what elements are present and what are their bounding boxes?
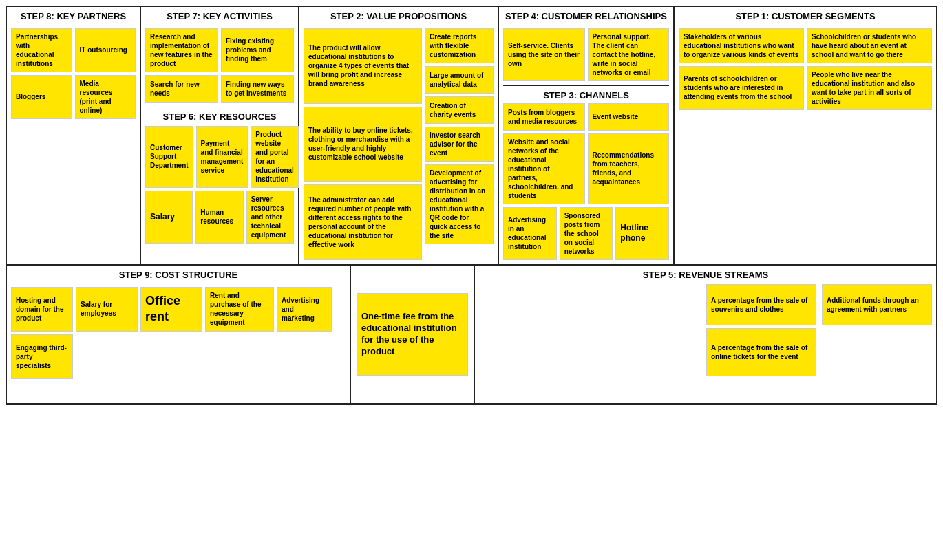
research-sticky: Research and implementation of new featu… (145, 28, 218, 72)
human-sticky: Human resources (195, 191, 243, 244)
step8-key-partners: STEP 8: KEY PARTNERS Partnerships with e… (7, 7, 141, 264)
channels-top-grid: Posts from bloggers and media resources … (503, 103, 669, 131)
hosting-sticky: Hosting and domain for the product (11, 287, 73, 332)
partnerships-sticky: Partnerships with educational institutio… (11, 28, 72, 72)
finding-investments-sticky: Finding new ways to get investments (221, 75, 294, 103)
recommendations-sticky: Recommendations from teachers, friends, … (588, 133, 670, 204)
step8-title: STEP 8: KEY PARTNERS (11, 11, 136, 23)
one-time-fee-sticky: One-time fee from the educational instit… (357, 293, 468, 376)
salary-sticky: Salary (145, 191, 193, 244)
step6-title: STEP 6: KEY RESOURCES (145, 111, 294, 122)
customer-support-sticky: Customer Support Department (145, 126, 193, 188)
rent-purchase-sticky: Rent and purchase of the necessary equip… (205, 287, 274, 332)
partners-bottom: Bloggers Media resources (print and onli… (11, 75, 136, 119)
engaging-sticky: Engaging third-party specialists (11, 334, 73, 379)
analytics-sticky: Large amount of analytical data (425, 66, 494, 94)
vp3-sticky: The administrator can add required numbe… (304, 184, 422, 260)
advertising-marketing-sticky: Advertising and marketing (277, 287, 332, 332)
step9-title: STEP 9: COST STRUCTURE (11, 270, 346, 281)
vp-right: Create reports with flexible customizati… (425, 28, 494, 260)
event-website-sticky: Event website (588, 103, 670, 131)
vp1-sticky: The product will allow educational insti… (304, 28, 422, 104)
streams-list: A percentage from the sale of souvenirs … (479, 284, 932, 376)
step1-title: STEP 1: CUSTOMER SEGMENTS (679, 11, 932, 23)
server-sticky: Server resources and other technical equ… (246, 191, 294, 244)
bottom-section: STEP 9: COST STRUCTURE Hosting and domai… (7, 266, 936, 403)
advertising-institution-sticky: Advertising in an educational institutio… (503, 207, 557, 260)
segments-grid: Stakeholders of various educational inst… (679, 28, 932, 110)
development-sticky: Development of advertising for distribut… (425, 164, 494, 244)
search-needs-sticky: Search for new needs (145, 75, 218, 103)
charity-sticky: Creation of charity events (425, 96, 494, 124)
people-near-sticky: People who live near the educational ins… (807, 66, 932, 110)
it-outsourcing-sticky: IT outsourcing (75, 28, 136, 72)
revenue-area: One-time fee from the educational instit… (351, 266, 936, 403)
step4-title: STEP 4: CUSTOMER RELATIONSHIPS (503, 11, 669, 23)
step3-title: STEP 3: CHANNELS (503, 90, 669, 100)
activities-grid: Research and implementation of new featu… (145, 28, 294, 107)
bloggers-sticky: Bloggers (11, 75, 72, 119)
salary-employees-sticky: Salary for employees (76, 287, 138, 332)
vp-left: The product will allow educational insti… (304, 28, 422, 260)
step5-title: STEP 5: REVENUE STREAMS (479, 270, 932, 280)
personal-support-sticky: Personal support. The client can contact… (588, 28, 670, 81)
resources-grid-bottom: Salary Human resources Server resources … (145, 191, 294, 244)
step7-title: STEP 7: KEY ACTIVITIES (145, 11, 294, 23)
cost-grid: Hosting and domain for the product Salar… (11, 287, 346, 379)
sponsored-posts-sticky: Sponsored posts from the school on socia… (560, 207, 613, 260)
office-rent-sticky: Office rent (140, 287, 202, 332)
media-sticky: Media resources (print and online) (75, 75, 136, 119)
streams-right-col1: A percentage from the sale of souvenirs … (706, 284, 816, 376)
top-section: STEP 8: KEY PARTNERS Partnerships with e… (7, 7, 936, 266)
step4-customer-relationships: STEP 4: CUSTOMER RELATIONSHIPS Self-serv… (499, 7, 675, 264)
step5-revenue-streams: STEP 5: REVENUE STREAMS A percentage fro… (475, 266, 936, 403)
percentage-tickets-sticky: A percentage from the sale of online tic… (706, 328, 816, 376)
step2-value-propositions: STEP 2: VALUE PROPOSITIONS The product w… (299, 7, 499, 264)
fixing-sticky: Fixing existing problems and finding the… (221, 28, 294, 72)
payment-sticky: Payment and financial management service (196, 126, 248, 188)
parents-sticky: Parents of schoolchildren or students wh… (679, 66, 804, 110)
vp2-sticky: The ability to buy online tickets, cloth… (304, 107, 422, 182)
product-website-sticky: Product website and portal for an educat… (251, 126, 299, 188)
stakeholders-sticky: Stakeholders of various educational inst… (679, 28, 804, 63)
vp-inner: The product will allow educational insti… (304, 28, 494, 260)
percentage-souvenirs-sticky: A percentage from the sale of souvenirs … (706, 284, 816, 325)
step2-title: STEP 2: VALUE PROPOSITIONS (304, 11, 494, 23)
streams-right-col2: Additional funds through an agreement wi… (822, 284, 932, 325)
step7-key-activities: STEP 7: KEY ACTIVITIES Research and impl… (141, 7, 299, 264)
hotline-sticky: Hotline phone (615, 207, 669, 260)
business-model-canvas: STEP 8: KEY PARTNERS Partnerships with e… (6, 6, 937, 405)
investor-sticky: Investor search advisor for the event (425, 127, 494, 162)
channels-middle-grid: Website and social networks of the educa… (503, 133, 669, 204)
self-service-sticky: Self-service. Clients using the site on … (503, 28, 585, 81)
one-time-fee-area: One-time fee from the educational instit… (351, 266, 475, 403)
partners-grid: Partnerships with educational institutio… (11, 28, 136, 72)
resources-grid-top: Customer Support Department Payment and … (145, 126, 294, 188)
reports-sticky: Create reports with flexible customizati… (425, 28, 494, 63)
channels-bottom-grid: Advertising in an educational institutio… (503, 207, 669, 260)
additional-funds-sticky: Additional funds through an agreement wi… (822, 284, 932, 325)
step1-customer-segments: STEP 1: CUSTOMER SEGMENTS Stakeholders o… (675, 7, 936, 264)
step9-cost-structure: STEP 9: COST STRUCTURE Hosting and domai… (7, 266, 351, 403)
website-social-sticky: Website and social networks of the educa… (503, 133, 585, 204)
cr-grid: Self-service. Clients using the site on … (503, 28, 669, 86)
schoolchildren-sticky: Schoolchildren or students who have hear… (807, 28, 932, 63)
posts-bloggers-sticky: Posts from bloggers and media resources (503, 103, 585, 131)
